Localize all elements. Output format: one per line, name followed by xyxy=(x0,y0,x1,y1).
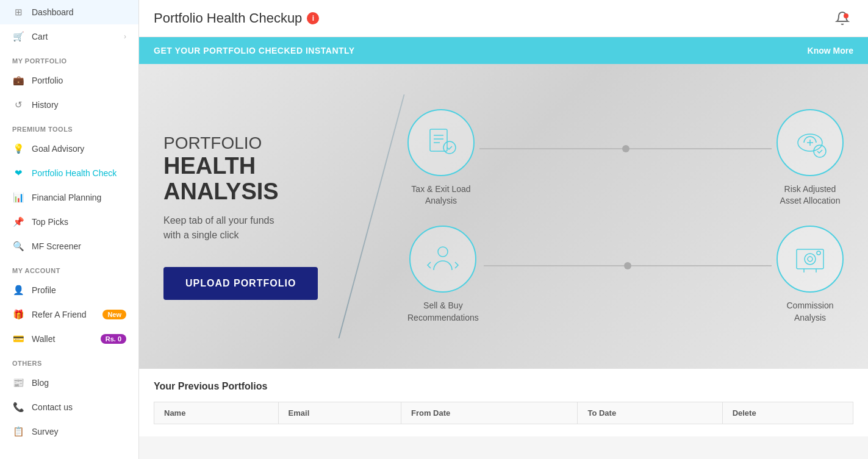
risk-circle xyxy=(777,109,844,176)
sidebar-item-screener-label: MF Screener xyxy=(32,241,81,251)
tax-circle xyxy=(407,109,475,176)
sidebar-item-cart[interactable]: 🛒 Cart › xyxy=(0,24,138,49)
sidebar-item-dashboard[interactable]: ⊞ Dashboard xyxy=(0,0,138,24)
sidebar-item-contact-label: Contact us xyxy=(32,402,73,412)
features-grid: Tax & Exit LoadAnalysis xyxy=(371,109,844,324)
survey-icon: 📋 xyxy=(12,426,24,437)
feature-label-sell-buy: Sell & BuyRecommendations xyxy=(407,300,479,324)
sidebar-item-history[interactable]: ↺ History xyxy=(0,93,138,117)
sidebar-item-goal-advisory[interactable]: 💡 Goal Advisory xyxy=(0,137,138,161)
feature-label-commission: CommissionAnalysis xyxy=(786,300,833,324)
contact-icon: 📞 xyxy=(12,402,24,413)
others-label: OTHERS xyxy=(0,351,138,371)
connector-dot-2 xyxy=(624,262,631,269)
header-right xyxy=(831,7,853,29)
hero-desc-line2: with a single click xyxy=(163,230,239,240)
toppicks-icon: 📌 xyxy=(12,216,24,227)
money-check-icon xyxy=(792,124,828,161)
hero-title: HEALTH ANALYSIS xyxy=(163,154,346,205)
svg-rect-1 xyxy=(430,129,447,151)
svg-point-2 xyxy=(443,141,456,154)
sidebar-item-refer-label: Refer A Friend xyxy=(32,310,87,319)
sidebar-item-survey[interactable]: 📋 Survey xyxy=(0,419,138,444)
upload-portfolio-button[interactable]: UPLOAD PORTFOLIO xyxy=(163,267,318,300)
sidebar-item-refer[interactable]: 🎁 Refer A Friend New xyxy=(0,302,138,327)
screener-icon: 🔍 xyxy=(12,241,24,252)
cart-icon: 🛒 xyxy=(12,31,24,42)
sidebar-item-profile[interactable]: 👤 Profile xyxy=(0,278,138,302)
col-name: Name xyxy=(154,402,279,424)
goal-icon: 💡 xyxy=(12,143,24,154)
sidebar: ⊞ Dashboard 🛒 Cart › MY PORTFOLIO 💼 Port… xyxy=(0,0,139,459)
portfolios-table: Name Email From Date To Date Delete xyxy=(154,402,853,424)
sidebar-item-blog[interactable]: 📰 Blog xyxy=(0,371,138,395)
feature-item-risk: Risk AdjustedAsset Allocation xyxy=(777,109,844,207)
cart-arrow-icon: › xyxy=(124,32,126,41)
banner-text: GET YOUR PORTFOLIO CHECKED INSTANTLY xyxy=(154,46,355,55)
connector-hr-2 xyxy=(629,148,772,149)
rs-badge: Rs. 0 xyxy=(101,334,126,344)
connector-dot-1 xyxy=(622,145,629,152)
vault-icon xyxy=(792,241,828,277)
portfolio-icon: 💼 xyxy=(12,75,24,86)
main-content: Portfolio Health Checkup i GET YOUR PORT… xyxy=(139,0,868,459)
history-icon: ↺ xyxy=(12,99,24,110)
my-portfolio-label: MY PORTFOLIO xyxy=(0,49,138,68)
connector-hr-1 xyxy=(479,148,622,149)
hero-desc: Keep tab of all your funds with a single… xyxy=(163,213,346,243)
col-from-date: From Date xyxy=(401,402,577,424)
col-email: Email xyxy=(278,402,401,424)
refer-icon: 🎁 xyxy=(12,309,24,320)
new-badge: New xyxy=(102,310,126,319)
dashboard-icon: ⊞ xyxy=(12,7,24,18)
svg-point-9 xyxy=(817,251,820,255)
premium-tools-label: PREMIUM TOOLS xyxy=(0,117,138,137)
commission-circle xyxy=(777,226,844,293)
sidebar-item-dashboard-label: Dashboard xyxy=(32,7,74,17)
profile-icon: 👤 xyxy=(12,285,24,296)
sidebar-item-health-label: Portfolio Health Check xyxy=(32,168,117,178)
hero-left: PORTFOLIO HEALTH ANALYSIS Keep tab of al… xyxy=(163,133,371,299)
hero-desc-line1: Keep tab of all your funds xyxy=(163,215,274,226)
connector-1 xyxy=(475,145,777,152)
svg-point-5 xyxy=(438,247,448,257)
sidebar-item-contact[interactable]: 📞 Contact us xyxy=(0,395,138,419)
svg-point-4 xyxy=(814,145,826,157)
hero-subtitle: PORTFOLIO xyxy=(163,133,346,154)
banner: GET YOUR PORTFOLIO CHECKED INSTANTLY Kno… xyxy=(139,37,868,64)
sidebar-item-blog-label: Blog xyxy=(32,378,49,388)
col-to-date: To Date xyxy=(578,402,722,424)
sidebar-item-profile-label: Profile xyxy=(32,285,56,295)
svg-rect-6 xyxy=(797,249,823,269)
sidebar-item-wallet[interactable]: 💳 Wallet Rs. 0 xyxy=(0,327,138,351)
sidebar-item-mf-screener[interactable]: 🔍 MF Screener xyxy=(0,234,138,258)
features-row-1: Tax & Exit LoadAnalysis xyxy=(407,109,844,207)
sidebar-item-history-label: History xyxy=(32,100,59,110)
sidebar-item-financial-planning[interactable]: 📊 Financial Planning xyxy=(0,185,138,210)
sidebar-item-survey-label: Survey xyxy=(32,427,59,436)
health-icon: ❤ xyxy=(12,168,24,179)
sidebar-item-portfolio-label: Portfolio xyxy=(32,76,63,85)
svg-point-0 xyxy=(844,13,848,18)
svg-point-8 xyxy=(808,257,812,262)
sidebar-item-portfolio[interactable]: 💼 Portfolio xyxy=(0,68,138,93)
page-title-text: Portfolio Health Checkup xyxy=(154,10,302,26)
person-arrows-icon xyxy=(425,241,461,277)
document-check-icon xyxy=(423,124,459,161)
sidebar-item-top-picks[interactable]: 📌 Top Picks xyxy=(0,210,138,234)
sidebar-item-cart-label: Cart xyxy=(32,32,48,41)
connector-2 xyxy=(479,262,777,269)
feature-label-tax: Tax & Exit LoadAnalysis xyxy=(411,183,470,207)
sidebar-item-financial-label: Financial Planning xyxy=(32,193,101,202)
sell-buy-circle xyxy=(409,226,476,293)
notification-icon[interactable] xyxy=(831,7,853,29)
blog-icon: 📰 xyxy=(12,377,24,388)
banner-know-more-link[interactable]: Know More xyxy=(808,46,853,55)
info-icon[interactable]: i xyxy=(307,12,319,24)
connector-hr-3 xyxy=(484,265,624,266)
hero-section: PORTFOLIO HEALTH ANALYSIS Keep tab of al… xyxy=(139,64,868,369)
sidebar-item-portfolio-health[interactable]: ❤ Portfolio Health Check xyxy=(0,161,138,185)
feature-label-risk: Risk AdjustedAsset Allocation xyxy=(780,183,841,207)
features-row-2: Sell & BuyRecommendations xyxy=(407,226,844,324)
page-title: Portfolio Health Checkup i xyxy=(154,10,319,26)
